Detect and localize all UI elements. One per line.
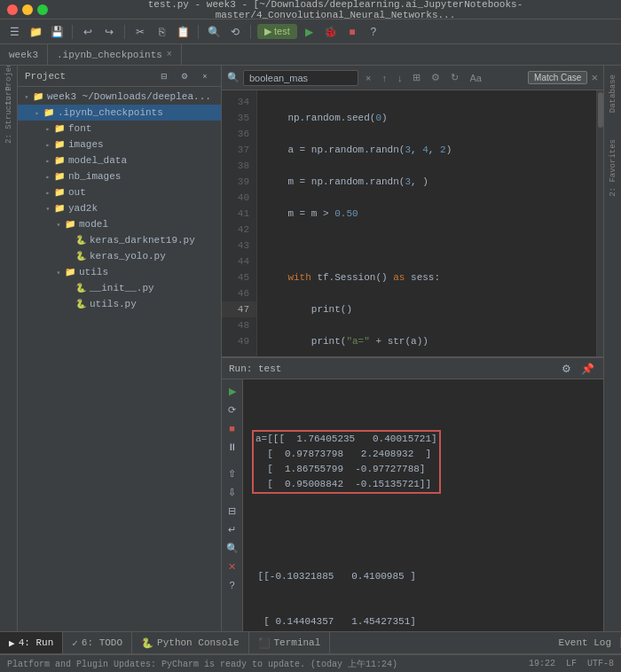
- run-panel-header-right: ⚙ 📌: [557, 360, 596, 378]
- tree-item-utils[interactable]: ▾ 📁 utils: [18, 264, 221, 280]
- code-line-41: print("a=" + str(a)): [264, 333, 589, 349]
- tree-item-label: yad2k: [68, 203, 98, 214]
- tree-item-ipynb[interactable]: ▸ 📁 .ipynb_checkpoints: [18, 105, 221, 121]
- copy-btn[interactable]: ⎘: [153, 23, 170, 41]
- run-panel-settings[interactable]: ⚙: [557, 360, 575, 378]
- run-search-btn[interactable]: 🔍: [224, 540, 240, 556]
- collapse-all-btn[interactable]: ⊟: [155, 67, 173, 85]
- run-stop-btn[interactable]: ■: [224, 420, 240, 436]
- maximize-button[interactable]: [37, 4, 48, 15]
- run-btn[interactable]: ▶: [301, 23, 318, 41]
- main-toolbar: ☰ 📁 💾 ↩ ↪ ✂ ⎘ 📋 🔍 ⟲ ▶ test ▶ 🐞 ■ ?: [0, 20, 621, 44]
- tab-label: week3: [9, 50, 38, 60]
- tab-todo-label: 6: TODO: [82, 637, 122, 648]
- save-btn[interactable]: 💾: [48, 23, 66, 41]
- run-panel-title: Run: test: [229, 363, 281, 374]
- prev-result-btn[interactable]: ↑: [378, 71, 390, 85]
- cut-btn[interactable]: ✂: [131, 23, 149, 41]
- help-btn[interactable]: ?: [365, 23, 382, 41]
- tab-week3[interactable]: week3: [0, 44, 48, 65]
- line-num-45: 45: [222, 270, 256, 285]
- favorites-sidebar-icon[interactable]: 2: Favorites: [609, 139, 617, 197]
- match-case-btn[interactable]: Match Case: [528, 71, 587, 84]
- separator3: [198, 25, 199, 39]
- stop-btn[interactable]: ■: [343, 23, 361, 41]
- panel-close-btn[interactable]: ×: [196, 67, 214, 85]
- line-num-41: 41: [222, 206, 256, 222]
- tree-item-model[interactable]: ▾ 📁 model: [18, 216, 221, 232]
- tab-python-label: Python Console: [157, 637, 239, 648]
- wrap-btn[interactable]: ↻: [447, 70, 462, 85]
- tab-python-console[interactable]: 🐍 Python Console: [132, 632, 248, 653]
- case-btn[interactable]: Aa: [466, 71, 484, 85]
- settings-btn[interactable]: ⚙: [176, 67, 193, 85]
- tree-item-label: keras_yolo.py: [90, 251, 166, 262]
- status-encoding: UTF-8: [587, 659, 614, 668]
- next-result-btn[interactable]: ↓: [394, 71, 406, 85]
- tab-terminal-icon: ⬛: [258, 637, 271, 649]
- tab-terminal[interactable]: ⬛ Terminal: [249, 632, 331, 653]
- tree-item-label: images: [68, 139, 104, 150]
- structure-sidebar-icon[interactable]: 2: Structure: [2, 108, 16, 122]
- tab-event-log[interactable]: Event Log: [550, 637, 621, 648]
- tree-item-nb-images[interactable]: ▸ 📁 nb_images: [18, 168, 221, 184]
- tree-item-init[interactable]: 🐍 __init__.py: [18, 280, 221, 296]
- run-pause-btn[interactable]: ⏸: [224, 439, 240, 455]
- tab-run-icon: ▶: [9, 637, 15, 649]
- tree-item-images[interactable]: ▸ 📁 images: [18, 137, 221, 152]
- run-toolbar: ▶ ⟳ ■ ⏸ ⇧ ⇩ ⊟ ↵ 🔍 ✕ ?: [222, 379, 243, 631]
- status-right: 19:22 LF UTF-8: [529, 659, 614, 668]
- tab-ipynb[interactable]: .ipynb_checkpoints ×: [48, 44, 182, 65]
- run-filter-btn[interactable]: ⊟: [224, 503, 240, 519]
- tree-item-keras-yolo[interactable]: 🐍 keras_yolo.py: [18, 248, 221, 264]
- settings-search-btn[interactable]: ⚙: [428, 70, 444, 85]
- run-scroll-down-btn[interactable]: ⇩: [224, 484, 240, 500]
- line-num-43: 43: [222, 238, 256, 254]
- run-config-btn[interactable]: ▶ test: [257, 24, 297, 39]
- line-num-47: 47: [222, 301, 256, 317]
- folder-icon: 📁: [53, 154, 66, 167]
- tree-item-label: out: [68, 187, 86, 198]
- open-btn[interactable]: 📁: [27, 23, 44, 41]
- editor-scrollbar[interactable]: [596, 90, 603, 356]
- replace-btn[interactable]: ⟲: [226, 23, 244, 41]
- database-sidebar-icon[interactable]: Database: [609, 74, 617, 113]
- search-close-btn[interactable]: ×: [591, 71, 598, 84]
- tab-todo-icon: ✓: [72, 637, 78, 649]
- run-rerun-btn[interactable]: ⟳: [224, 402, 240, 418]
- find-btn[interactable]: 🔍: [205, 23, 223, 41]
- tree-item-out[interactable]: ▸ 📁 out: [18, 184, 221, 200]
- tree-item-model-data[interactable]: ▸ 📁 model_data: [18, 152, 221, 168]
- tab-terminal-label: Terminal: [274, 637, 321, 648]
- run-play-btn[interactable]: ▶: [224, 383, 240, 399]
- code-content[interactable]: np.random.seed(0) a = np.random.randn(3,…: [257, 90, 596, 356]
- tab-todo[interactable]: ✓ 6: TODO: [63, 632, 132, 653]
- tree-root[interactable]: ▾ 📁 week3 ~/Downloads/deeplea...: [18, 89, 221, 105]
- tree-root-label: week3 ~/Downloads/deeplea...: [47, 91, 211, 102]
- close-button[interactable]: [7, 4, 18, 15]
- tree-item-keras-darknet[interactable]: 🐍 keras_darknet19.py: [18, 232, 221, 248]
- run-unknown-btn[interactable]: ?: [224, 577, 240, 593]
- search-input[interactable]: [243, 70, 358, 86]
- find-all-btn[interactable]: ⊞: [409, 70, 424, 85]
- debug-btn[interactable]: 🐞: [322, 23, 340, 41]
- run-scroll-up-btn[interactable]: ⇧: [224, 465, 240, 481]
- line-numbers: 34 35 36 37 38 39 40 41 42 43 44 45 46 4…: [222, 90, 257, 356]
- redo-btn[interactable]: ↪: [100, 23, 118, 41]
- run-output: a=[[[ 1.76405235 0.40015721] [ 0.9787379…: [243, 379, 603, 631]
- tree-item-utils-py[interactable]: 🐍 utils.py: [18, 296, 221, 312]
- tab-run[interactable]: ▶ 4: Run: [0, 632, 63, 653]
- menu-btn[interactable]: ☰: [5, 23, 23, 41]
- tree-item-yad2k[interactable]: ▾ 📁 yad2k: [18, 200, 221, 216]
- run-clear-btn[interactable]: ✕: [224, 559, 240, 574]
- undo-btn[interactable]: ↩: [79, 23, 97, 41]
- paste-btn[interactable]: 📋: [174, 23, 192, 41]
- search-clear-btn[interactable]: ×: [362, 71, 374, 85]
- run-wrap-btn[interactable]: ↵: [224, 521, 240, 537]
- minimize-button[interactable]: [22, 4, 33, 15]
- tree-item-font[interactable]: ▸ 📁 font: [18, 121, 221, 137]
- folder-icon: 📁: [53, 170, 66, 183]
- tab-close-icon[interactable]: ×: [167, 50, 172, 59]
- tree-item-label: .ipynb_checkpoints: [58, 107, 163, 118]
- run-panel-pin[interactable]: 📌: [578, 360, 596, 378]
